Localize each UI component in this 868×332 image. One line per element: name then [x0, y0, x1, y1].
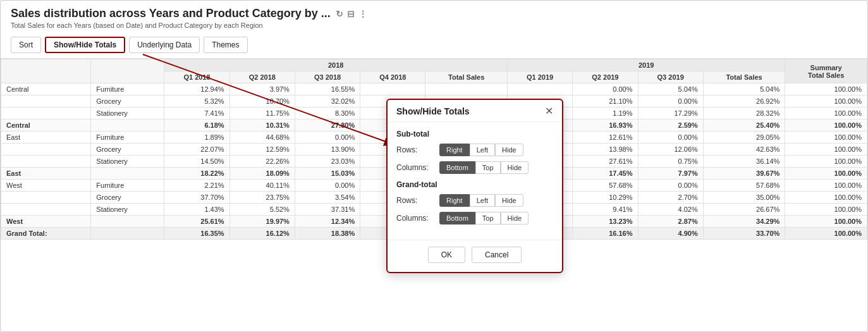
subtotal-rows-left-button[interactable]: Left: [470, 144, 495, 156]
show-hide-totals-button[interactable]: Show/Hide Totals: [45, 37, 125, 53]
subtotal-section-label: Sub-total: [396, 130, 553, 138]
modal-body: Sub-total Rows: Right Left Hide Columns:…: [388, 122, 562, 237]
subtitle: Total Sales for each Years (based on Dat…: [11, 22, 857, 29]
refresh-icon[interactable]: ↻: [336, 9, 343, 19]
grand-rows-label: Rows:: [396, 196, 434, 205]
subtotal-cols-btn-group: Bottom Top Hide: [439, 161, 529, 174]
q1-2018-header: Q1 2018: [164, 71, 229, 83]
columns-label: Columns:: [396, 163, 434, 172]
modal-header: Show/Hide Totals ✕: [388, 100, 562, 122]
grandtotal-rows-hide-button[interactable]: Hide: [495, 194, 523, 207]
region-cell: [1, 95, 91, 108]
q2-2018-header: Q2 2018: [229, 71, 295, 83]
grandtotal-columns-group: Columns: Bottom Top Hide: [396, 212, 553, 224]
grandtotal-cols-hide-button[interactable]: Hide: [501, 212, 529, 224]
q3-2019-header: Q3 2019: [638, 71, 703, 83]
grand-total-cell: 100.00%: [785, 83, 867, 95]
q4-2018-cell: [360, 83, 425, 95]
subtotal-cols-top-button[interactable]: Top: [475, 161, 501, 174]
save-icon[interactable]: ⊟: [347, 9, 355, 19]
col-region: [1, 59, 91, 83]
q2-2018-cell: 3.97%: [229, 83, 295, 95]
rows-label: Rows:: [396, 145, 434, 154]
chart-title: Sales distribution across Years and Prod…: [11, 7, 857, 20]
q3-2018-cell: 16.55%: [295, 83, 360, 95]
product-cell: Furniture: [91, 83, 164, 95]
total-sales-2018-header: Total Sales: [425, 71, 508, 83]
subtotal-columns-group: Columns: Bottom Top Hide: [396, 161, 553, 174]
modal-title: Show/Hide Totals: [396, 106, 470, 116]
total-sales-2019-header: Total Sales: [703, 71, 785, 83]
year-2018-header: 2018: [164, 59, 508, 71]
themes-button[interactable]: Themes: [204, 37, 247, 53]
header: Sales distribution across Years and Prod…: [1, 1, 867, 32]
more-icon[interactable]: ⋮: [358, 9, 367, 19]
subtotal-rows-right-button[interactable]: Right: [439, 144, 470, 156]
grandtotal-section-label: Grand-total: [396, 180, 553, 189]
cancel-button[interactable]: Cancel: [472, 247, 522, 263]
q1-2019-header: Q1 2019: [507, 71, 572, 83]
q3-2018-header: Q3 2018: [295, 71, 360, 83]
modal-close-button[interactable]: ✕: [545, 106, 553, 116]
q4-2018-header: Q4 2018: [360, 71, 425, 83]
subtotal-rows-hide-button[interactable]: Hide: [495, 144, 523, 156]
q3-2019-cell: 5.04%: [638, 83, 703, 95]
q1-2019-cell: [507, 83, 572, 95]
col-product-category: [91, 59, 164, 83]
title-text: Sales distribution across Years and Prod…: [11, 7, 331, 20]
grand-columns-label: Columns:: [396, 214, 434, 223]
q2-2019-cell: 0.00%: [573, 83, 638, 95]
subtotal-rows-btn-group: Right Left Hide: [439, 144, 523, 156]
subtotal-rows-group: Rows: Right Left Hide: [396, 144, 553, 156]
region-cell: Central: [1, 83, 91, 95]
grandtotal-rows-btn-group: Right Left Hide: [439, 194, 523, 207]
show-hide-totals-modal: Show/Hide Totals ✕ Sub-total Rows: Right…: [386, 99, 563, 273]
sort-button[interactable]: Sort: [11, 37, 41, 53]
main-container: Sales distribution across Years and Prod…: [0, 0, 868, 332]
grandtotal-rows-left-button[interactable]: Left: [470, 194, 495, 207]
grandtotal-cols-btn-group: Bottom Top Hide: [439, 212, 529, 224]
q2-2019-header: Q2 2019: [573, 71, 638, 83]
toolbar: Sort Show/Hide Totals Underlying Data Th…: [1, 32, 867, 59]
table-row: Central Furniture 12.94% 3.97% 16.55% 0.…: [1, 83, 867, 95]
total-2019-cell: 5.04%: [703, 83, 785, 95]
grandtotal-cols-top-button[interactable]: Top: [475, 212, 501, 224]
grandtotal-rows-right-button[interactable]: Right: [439, 194, 470, 207]
grandtotal-rows-group: Rows: Right Left Hide: [396, 194, 553, 207]
subtotal-cols-bottom-button[interactable]: Bottom: [439, 161, 475, 174]
q1-2018-cell: 12.94%: [164, 83, 229, 95]
title-icons: ↻ ⊟ ⋮: [336, 9, 367, 19]
summary-header: SummaryTotal Sales: [785, 59, 867, 83]
year-2019-header: 2019: [507, 59, 785, 71]
total-2018-cell: [425, 83, 508, 95]
subtotal-cols-hide-button[interactable]: Hide: [501, 161, 529, 174]
grandtotal-cols-bottom-button[interactable]: Bottom: [439, 212, 475, 224]
ok-button[interactable]: OK: [428, 247, 465, 263]
modal-footer: OK Cancel: [388, 240, 562, 272]
product-cell: Grocery: [91, 95, 164, 108]
underlying-data-button[interactable]: Underlying Data: [129, 37, 200, 53]
